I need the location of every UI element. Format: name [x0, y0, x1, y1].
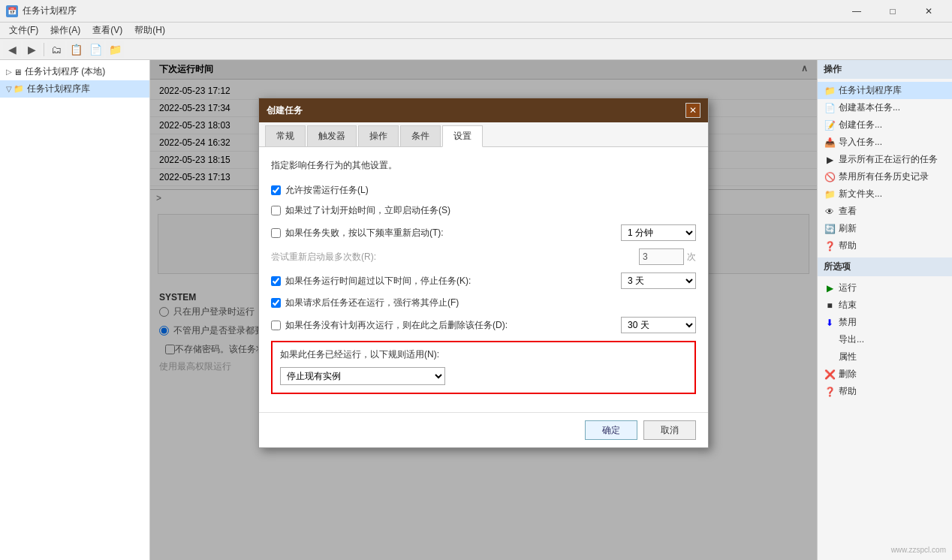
- sidebar-item-library[interactable]: ▽ 📁 任务计划程序库: [0, 80, 149, 98]
- right-panel-properties[interactable]: 属性: [818, 348, 952, 366]
- ok-button[interactable]: 确定: [585, 420, 637, 440]
- right-panel-create-task[interactable]: 📝 创建任务...: [818, 116, 952, 134]
- allow-demand-run-row: 允许按需运行任务(L): [271, 184, 696, 197]
- stop-duration-dropdown[interactable]: 3 天 1 小时 2 小时: [621, 272, 696, 289]
- run-label: 运行: [839, 282, 857, 294]
- show-running-icon: ▶: [824, 154, 836, 166]
- right-panel-import[interactable]: 📥 导入任务...: [818, 134, 952, 151]
- forward-button[interactable]: ▶: [23, 41, 41, 58]
- menu-help[interactable]: 帮助(H): [128, 23, 171, 38]
- right-panel-export[interactable]: 导出...: [818, 331, 952, 348]
- delete-if-no-schedule-row: 如果任务没有计划再次运行，则在此之后删除该任务(D): 30 天 60 天 90…: [271, 317, 696, 333]
- menu-view[interactable]: 查看(V): [86, 23, 128, 38]
- new-folder-label: 新文件夹...: [839, 188, 882, 200]
- run-icon: ▶: [824, 282, 836, 294]
- sidebar-label-local: 任务计划程序 (本地): [25, 65, 105, 78]
- start-if-missed-label: 如果过了计划开始时间，立即启动任务(S): [285, 204, 450, 217]
- disable-history-label: 禁用所有任务历史记录: [839, 170, 929, 183]
- right-panel-selected-section: ▶ 运行 ■ 结束 ⬇ 禁用 导出... 属性 ❌ 删除: [818, 276, 952, 403]
- toolbar-separator: [44, 43, 44, 56]
- help-bottom-icon: ❓: [824, 386, 836, 398]
- right-panel-refresh[interactable]: 🔄 刷新: [818, 220, 952, 237]
- app-title: 任务计划程序: [23, 5, 839, 17]
- already-running-dropdown[interactable]: 停止现有实例 并行运行新实例 排队新实例 不启动新实例: [280, 367, 445, 385]
- right-panel-create-basic[interactable]: 📄 创建基本任务...: [818, 99, 952, 116]
- window-controls: — □ ✕: [839, 0, 946, 23]
- create-task-label: 创建任务...: [839, 119, 882, 131]
- stop-if-request-check[interactable]: [271, 298, 281, 308]
- dialog-close-button[interactable]: ✕: [685, 103, 700, 118]
- menu-bar: 文件(F) 操作(A) 查看(V) 帮助(H): [0, 23, 952, 39]
- delete-after-dropdown[interactable]: 30 天 60 天 90 天: [621, 317, 696, 333]
- right-panel-disable[interactable]: ⬇ 禁用: [818, 314, 952, 331]
- max-restart-label: 尝试重新启动最多次数(R):: [271, 251, 639, 263]
- restart-interval-dropdown[interactable]: 1 分钟 5 分钟 10 分钟: [621, 224, 696, 241]
- stop-if-long-row: 如果任务运行时间超过以下时间，停止任务(K): 3 天 1 小时 2 小时: [271, 272, 696, 289]
- right-panel-show-running[interactable]: ▶ 显示所有正在运行的任务: [818, 151, 952, 168]
- view-icon: 👁: [824, 206, 836, 218]
- close-button[interactable]: ✕: [911, 0, 946, 23]
- tab-triggers[interactable]: 触发器: [307, 125, 357, 146]
- stop-if-long-check[interactable]: [271, 276, 281, 286]
- import-icon: 📥: [824, 137, 836, 149]
- end-label: 结束: [839, 299, 857, 312]
- clipboard-button[interactable]: 📋: [67, 41, 85, 58]
- menu-operations[interactable]: 操作(A): [44, 23, 86, 38]
- right-panel-disable-history[interactable]: 🚫 禁用所有任务历史记录: [818, 168, 952, 185]
- dialog-titlebar: 创建任务 ✕: [259, 98, 708, 122]
- max-restart-row: 尝试重新启动最多次数(R): 次: [271, 248, 696, 265]
- show-running-label: 显示所有正在运行的任务: [839, 153, 938, 166]
- main-layout: ▷ 🖥 任务计划程序 (本地) ▽ 📁 任务计划程序库 下次运行时间 ∧ 202…: [0, 60, 952, 560]
- restart-on-fail-row: 如果任务失败，按以下频率重新启动(T): 1 分钟 5 分钟 10 分钟: [271, 224, 696, 241]
- back-button[interactable]: ◀: [3, 41, 21, 58]
- right-panel-lib-label: 📁 任务计划程序库: [818, 82, 952, 99]
- help-top-icon: ❓: [824, 240, 836, 252]
- already-running-section: 如果此任务已经运行，以下规则适用(N): 停止现有实例 并行运行新实例 排队新实…: [271, 341, 696, 394]
- dialog-content: 指定影响任务行为的其他设置。 允许按需运行任务(L) 如果过了计划开始时间，立即…: [259, 147, 708, 412]
- disable-label: 禁用: [839, 316, 857, 329]
- end-icon: ■: [824, 300, 836, 312]
- title-bar: 📅 任务计划程序 — □ ✕: [0, 0, 952, 23]
- menu-file[interactable]: 文件(F): [3, 23, 44, 38]
- export-label: 导出...: [839, 333, 864, 346]
- maximize-button[interactable]: □: [875, 0, 910, 23]
- already-running-label: 如果此任务已经运行，以下规则适用(N):: [280, 348, 687, 361]
- tab-actions[interactable]: 操作: [358, 125, 399, 146]
- right-panel-title-operations: 操作: [818, 60, 952, 79]
- delete-label: 删除: [839, 368, 857, 381]
- max-restart-input[interactable]: [639, 248, 684, 265]
- folder2-button[interactable]: 📁: [106, 41, 124, 58]
- create-basic-label: 创建基本任务...: [839, 101, 900, 114]
- tab-general[interactable]: 常规: [265, 125, 306, 146]
- view-label: 查看: [839, 205, 857, 218]
- lib-icon: 📁: [824, 85, 836, 97]
- toolbar: ◀ ▶ 🗂 📋 📄 📁: [0, 39, 952, 60]
- right-panel-new-folder[interactable]: 📁 新文件夹...: [818, 185, 952, 203]
- tree-arrow-local: ▷: [6, 68, 12, 76]
- cancel-button[interactable]: 取消: [643, 420, 696, 440]
- restart-on-fail-check[interactable]: [271, 228, 281, 238]
- minimize-button[interactable]: —: [839, 0, 874, 23]
- start-if-missed-check[interactable]: [271, 206, 281, 215]
- help-top-label: 帮助: [839, 239, 857, 252]
- dialog-tabs: 常规 触发器 操作 条件 设置: [259, 122, 708, 147]
- export-icon: [824, 334, 836, 346]
- right-panel-end[interactable]: ■ 结束: [818, 297, 952, 314]
- watermark: www.zzspcl.com: [891, 546, 946, 554]
- tab-settings[interactable]: 设置: [442, 125, 483, 147]
- right-panel-help-top[interactable]: ❓ 帮助: [818, 237, 952, 254]
- right-panel-run[interactable]: ▶ 运行: [818, 279, 952, 297]
- sidebar-item-local[interactable]: ▷ 🖥 任务计划程序 (本地): [0, 63, 149, 80]
- folder-button[interactable]: 🗂: [47, 41, 65, 58]
- refresh-icon: 🔄: [824, 223, 836, 235]
- delete-if-no-schedule-check[interactable]: [271, 321, 281, 330]
- tab-conditions[interactable]: 条件: [400, 125, 441, 146]
- stop-if-request-row: 如果请求后任务还在运行，强行将其停止(F): [271, 297, 696, 309]
- doc-button[interactable]: 📄: [86, 41, 104, 58]
- right-panel-help-bottom[interactable]: ❓ 帮助: [818, 383, 952, 400]
- properties-icon: [824, 351, 836, 363]
- dialog-description: 指定影响任务行为的其他设置。: [271, 159, 696, 172]
- allow-demand-run-check[interactable]: [271, 185, 281, 195]
- right-panel-view[interactable]: 👁 查看: [818, 203, 952, 220]
- right-panel-delete[interactable]: ❌ 删除: [818, 366, 952, 383]
